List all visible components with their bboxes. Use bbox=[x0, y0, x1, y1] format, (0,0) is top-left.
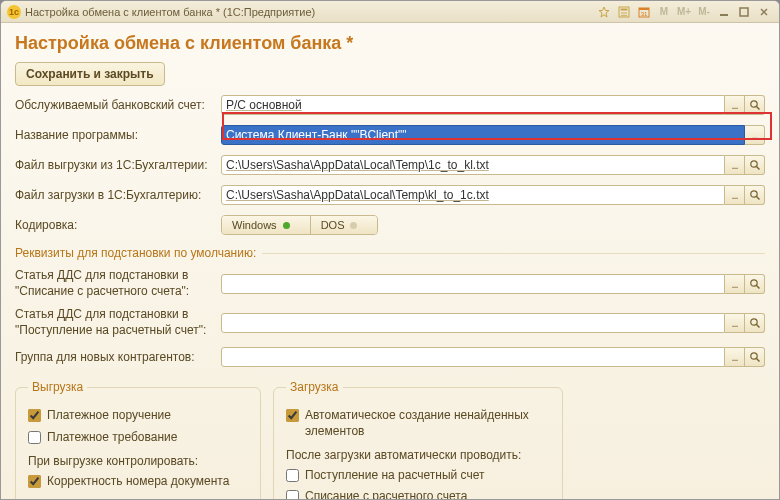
svg-line-23 bbox=[756, 285, 759, 288]
row-export-file: Файл выгрузки из 1С:Бухгалтерии: C:\User… bbox=[15, 154, 765, 176]
close-button[interactable] bbox=[755, 4, 773, 20]
svg-line-19 bbox=[756, 167, 759, 170]
svg-marker-0 bbox=[599, 7, 609, 17]
window: 1c Настройка обмена с клиентом банка * (… bbox=[0, 0, 780, 500]
select-button[interactable]: ... bbox=[725, 274, 745, 294]
row-import-file: Файл загрузки в 1С:Бухгалтерию: C:\Users… bbox=[15, 184, 765, 206]
svg-line-27 bbox=[756, 359, 759, 362]
select-button[interactable]: ... bbox=[725, 347, 745, 367]
svg-text:31: 31 bbox=[641, 11, 648, 17]
search-icon[interactable] bbox=[745, 313, 765, 333]
check-payment-claim[interactable]: Платежное требование bbox=[28, 430, 248, 446]
app-icon: 1c bbox=[7, 5, 21, 19]
encoding-toggle: Windows DOS bbox=[221, 215, 378, 235]
checkbox-payment-claim[interactable] bbox=[28, 431, 41, 444]
label-bank-account: Обслуживаемый банковский счет: bbox=[15, 98, 215, 112]
row-new-contragents: Группа для новых контрагентов: ... bbox=[15, 346, 765, 368]
check-receipt[interactable]: Поступление на расчетный счет bbox=[286, 468, 550, 484]
minimize-button[interactable] bbox=[715, 4, 733, 20]
label-dds-writeoff: Статья ДДС для подстановки в "Списание с… bbox=[15, 268, 215, 299]
svg-rect-10 bbox=[639, 8, 649, 10]
memory-mminus-button[interactable]: M- bbox=[695, 4, 713, 20]
radio-dot-icon bbox=[350, 222, 357, 229]
field-new-contragents[interactable] bbox=[221, 347, 725, 367]
svg-point-7 bbox=[623, 14, 625, 16]
search-icon[interactable] bbox=[745, 95, 765, 115]
search-icon[interactable] bbox=[745, 155, 765, 175]
svg-rect-13 bbox=[740, 8, 748, 16]
svg-point-8 bbox=[625, 14, 627, 16]
svg-point-3 bbox=[621, 12, 623, 14]
select-button[interactable]: ... bbox=[725, 155, 745, 175]
checkbox-doc-number[interactable] bbox=[28, 475, 41, 488]
import-post-label: После загрузки автоматически проводить: bbox=[286, 448, 550, 462]
check-payment-order[interactable]: Платежное поручение bbox=[28, 408, 248, 424]
svg-point-22 bbox=[750, 279, 756, 285]
label-new-contragents: Группа для новых контрагентов: bbox=[15, 350, 215, 364]
maximize-button[interactable] bbox=[735, 4, 753, 20]
label-program-name: Название программы: bbox=[15, 128, 215, 142]
save-and-close-button[interactable]: Сохранить и закрыть bbox=[15, 62, 165, 86]
encoding-dos[interactable]: DOS bbox=[310, 216, 378, 234]
row-program-name: Название программы: Система Клиент-Банк … bbox=[15, 124, 765, 146]
check-writeoff[interactable]: Списание с расчетного счета bbox=[286, 489, 550, 499]
defaults-section-label: Реквизиты для подстановки по умолчанию: bbox=[15, 246, 256, 260]
svg-point-26 bbox=[750, 353, 756, 359]
checkbox-writeoff[interactable] bbox=[286, 490, 299, 499]
label-dds-receipt: Статья ДДС для подстановки в "Поступлени… bbox=[15, 307, 215, 338]
select-button[interactable]: ... bbox=[725, 95, 745, 115]
search-icon[interactable] bbox=[745, 347, 765, 367]
content: Настройка обмена с клиентом банка * Сохр… bbox=[1, 23, 779, 499]
row-dds-receipt: Статья ДДС для подстановки в "Поступлени… bbox=[15, 307, 765, 338]
label-encoding: Кодировка: bbox=[15, 218, 215, 232]
svg-point-4 bbox=[623, 12, 625, 14]
groups: Выгрузка Платежное поручение Платежное т… bbox=[15, 380, 765, 499]
svg-point-24 bbox=[750, 319, 756, 325]
calculator-icon[interactable] bbox=[615, 4, 633, 20]
label-import-file: Файл загрузки в 1С:Бухгалтерию: bbox=[15, 188, 215, 202]
field-bank-account[interactable]: Р/С основной bbox=[221, 95, 725, 115]
svg-point-18 bbox=[750, 161, 756, 167]
export-group: Выгрузка Платежное поручение Платежное т… bbox=[15, 380, 261, 499]
svg-point-20 bbox=[750, 191, 756, 197]
field-export-file[interactable]: C:\Users\Sasha\AppData\Local\Temp\1c_to_… bbox=[221, 155, 725, 175]
svg-line-21 bbox=[756, 197, 759, 200]
calendar-icon[interactable]: 31 bbox=[635, 4, 653, 20]
export-legend: Выгрузка bbox=[28, 380, 87, 394]
check-doc-number[interactable]: Корректность номера документа bbox=[28, 474, 248, 490]
memory-mplus-button[interactable]: M+ bbox=[675, 4, 693, 20]
select-button[interactable]: ... bbox=[745, 125, 765, 145]
select-button[interactable]: ... bbox=[725, 313, 745, 333]
field-dds-writeoff[interactable] bbox=[221, 274, 725, 294]
radio-dot-icon bbox=[283, 222, 290, 229]
svg-point-5 bbox=[625, 12, 627, 14]
search-icon[interactable] bbox=[745, 185, 765, 205]
label-export-file: Файл выгрузки из 1С:Бухгалтерии: bbox=[15, 158, 215, 172]
svg-line-25 bbox=[756, 324, 759, 327]
select-button[interactable]: ... bbox=[725, 185, 745, 205]
checkbox-auto-create[interactable] bbox=[286, 409, 299, 422]
field-dds-receipt[interactable] bbox=[221, 313, 725, 333]
field-import-file[interactable]: C:\Users\Sasha\AppData\Local\Temp\kl_to_… bbox=[221, 185, 725, 205]
titlebar: 1c Настройка обмена с клиентом банка * (… bbox=[1, 1, 779, 23]
export-control-label: При выгрузке контролировать: bbox=[28, 454, 248, 468]
encoding-windows[interactable]: Windows bbox=[222, 216, 310, 234]
window-title: Настройка обмена с клиентом банка * (1С:… bbox=[25, 6, 591, 18]
svg-point-6 bbox=[621, 14, 623, 16]
titlebar-controls: 31 M M+ M- bbox=[595, 4, 773, 20]
field-program-name[interactable]: Система Клиент-Банк ""BClient"" bbox=[221, 125, 745, 145]
check-auto-create[interactable]: Автоматическое создание ненайденных элем… bbox=[286, 408, 550, 439]
svg-line-17 bbox=[756, 107, 759, 110]
search-icon[interactable] bbox=[745, 274, 765, 294]
import-legend: Загрузка bbox=[286, 380, 343, 394]
checkbox-receipt[interactable] bbox=[286, 469, 299, 482]
import-group: Загрузка Автоматическое создание ненайде… bbox=[273, 380, 563, 499]
page-title: Настройка обмена с клиентом банка * bbox=[15, 33, 765, 54]
row-bank-account: Обслуживаемый банковский счет: Р/С основ… bbox=[15, 94, 765, 116]
memory-m-button[interactable]: M bbox=[655, 4, 673, 20]
checkbox-payment-order[interactable] bbox=[28, 409, 41, 422]
row-dds-writeoff: Статья ДДС для подстановки в "Списание с… bbox=[15, 268, 765, 299]
favorite-icon[interactable] bbox=[595, 4, 613, 20]
svg-rect-2 bbox=[621, 8, 628, 10]
row-encoding: Кодировка: Windows DOS bbox=[15, 214, 765, 236]
